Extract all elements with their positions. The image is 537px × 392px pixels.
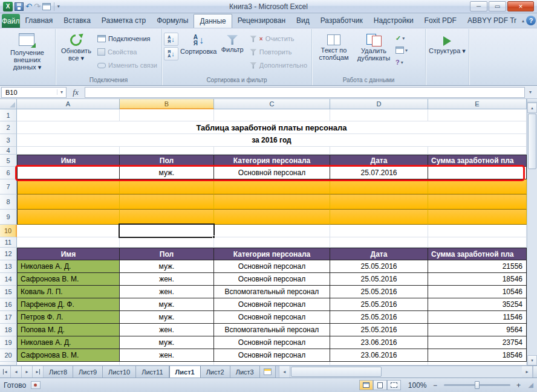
cell-D11[interactable]	[330, 237, 428, 248]
column-header-B[interactable]: B	[120, 99, 214, 109]
tab-foxit-pdf[interactable]: Foxit PDF	[419, 14, 462, 28]
row-header-1[interactable]: 1	[0, 109, 17, 121]
cell-B13[interactable]: муж.	[120, 260, 214, 273]
collapse-ribbon-icon[interactable]: ▴	[522, 18, 524, 24]
cell-D19[interactable]: 23.06.2016	[330, 336, 428, 349]
cell-E19[interactable]: 23754	[428, 336, 527, 349]
row-header-13[interactable]: 13	[0, 260, 17, 273]
cell-D18[interactable]: 25.05.2016	[330, 324, 428, 336]
sheet-tab-list8[interactable]: Лист8	[44, 366, 73, 378]
horizontal-scroll-track[interactable]	[382, 366, 522, 378]
cell-A15[interactable]: Коваль Л. П.	[17, 286, 120, 298]
zoom-out-button[interactable]: −	[432, 381, 439, 390]
row-header-5[interactable]: 5	[0, 155, 17, 167]
tab-insert[interactable]: Вставка	[58, 14, 96, 28]
zoom-level[interactable]: 100%	[408, 381, 427, 390]
cell-C17[interactable]: Основной персонал	[214, 311, 330, 324]
row-header-18[interactable]: 18	[0, 324, 17, 336]
cell-A19[interactable]: Николаев А. Д.	[17, 336, 120, 349]
tab-review[interactable]: Рецензирован	[232, 14, 291, 28]
vertical-scroll-track[interactable]	[527, 170, 537, 355]
cell-C4[interactable]	[214, 147, 330, 155]
tab-developer[interactable]: Разработчик	[315, 14, 368, 28]
tab-addins[interactable]: Надстройки	[368, 14, 419, 28]
sheet-tab-list11[interactable]: Лист11	[136, 366, 169, 378]
cell-D9[interactable]	[330, 210, 428, 225]
header2-cell-category[interactable]: Категория персонала	[214, 248, 330, 260]
cell-C15[interactable]: Вспомогательный персонал	[214, 286, 330, 298]
tab-home[interactable]: Главная	[20, 14, 59, 28]
cell-D1[interactable]	[330, 109, 428, 121]
cell-C20[interactable]: Основной персонал	[214, 349, 330, 362]
consolidate-button[interactable]: ▾	[394, 44, 409, 56]
cell-B4[interactable]	[120, 147, 214, 155]
cell-E4[interactable]	[428, 147, 527, 155]
text-to-columns-button[interactable]: Текст по столбцам	[314, 30, 354, 75]
header2-cell-date[interactable]: Дата	[330, 248, 428, 260]
header2-cell-gender[interactable]: Пол	[120, 248, 214, 260]
row-header-2[interactable]: 2	[0, 121, 17, 134]
restore-button[interactable]: ▭	[489, 1, 506, 11]
name-box[interactable]: B10 ▾	[1, 87, 67, 98]
connections-button[interactable]: Подключения	[95, 32, 160, 45]
column-header-D[interactable]: D	[330, 99, 428, 109]
formula-input[interactable]	[85, 87, 525, 98]
vertical-scrollbar[interactable]: ▴ ▾	[527, 99, 537, 365]
tab-view[interactable]: Вид	[291, 14, 315, 28]
cell-E13[interactable]: 21556	[428, 260, 527, 273]
cell-D7[interactable]	[330, 179, 428, 194]
zoom-slider-thumb[interactable]	[475, 381, 480, 389]
cell-B7[interactable]	[120, 179, 214, 194]
row-header-11[interactable]: 11	[0, 237, 17, 248]
sheet-tab-list3[interactable]: Лист3	[230, 366, 260, 378]
cell-B18[interactable]: жен.	[120, 324, 214, 336]
column-header-C[interactable]: C	[214, 99, 330, 109]
horizontal-scroll-thumb[interactable]	[291, 367, 382, 377]
cell-C13[interactable]: Основной персонал	[214, 260, 330, 273]
cell-B15[interactable]: жен.	[120, 286, 214, 298]
cell-A20[interactable]: Сафронова В. М.	[17, 349, 120, 362]
cell-D10[interactable]	[330, 225, 428, 237]
cell-C14[interactable]: Основной персонал	[214, 273, 330, 286]
cell-E18[interactable]: 9564	[428, 324, 527, 336]
cell-B17[interactable]: муж.	[120, 311, 214, 324]
row-header-15[interactable]: 15	[0, 286, 17, 298]
cell-E11[interactable]	[428, 237, 527, 248]
cell-A8[interactable]	[17, 194, 120, 210]
insert-function-button[interactable]: fx	[67, 88, 85, 97]
resize-grip-icon[interactable]: ◢	[529, 381, 533, 389]
sheet-tab-list10[interactable]: Лист10	[103, 366, 136, 378]
remove-duplicates-button[interactable]: Удалить дубликаты	[354, 30, 394, 75]
cell-E1[interactable]	[428, 109, 527, 121]
data-validation-button[interactable]: ✓ ▾	[394, 32, 409, 44]
cell-D20[interactable]: 23.06.2016	[330, 349, 428, 362]
close-button[interactable]: ×	[507, 1, 534, 11]
cell-B9[interactable]	[120, 210, 214, 225]
row-header-9[interactable]: 9	[0, 210, 17, 225]
zoom-slider[interactable]	[444, 384, 510, 386]
column-header-A[interactable]: A	[17, 99, 120, 109]
last-sheet-button[interactable]: ▸	[33, 366, 44, 378]
help-icon[interactable]: ?	[526, 16, 536, 25]
name-box-dropdown-icon[interactable]: ▾	[57, 89, 66, 95]
cell-C1[interactable]	[214, 109, 330, 121]
row-header-10[interactable]: 10	[0, 225, 17, 237]
cell-E9[interactable]	[428, 210, 527, 225]
row-header-12[interactable]: 12	[0, 248, 17, 260]
row-header-6[interactable]: 6	[0, 167, 17, 179]
cell-C10[interactable]	[214, 225, 330, 237]
cell-B11[interactable]	[120, 237, 214, 248]
sort-za-button[interactable]: ЯА ↓	[164, 47, 178, 60]
tab-data[interactable]: Данные	[194, 14, 232, 28]
cell-A14[interactable]: Сафронова В. М.	[17, 273, 120, 286]
cell-B1[interactable]	[120, 109, 214, 121]
tab-file[interactable]: Файл	[2, 14, 20, 28]
cell-B19[interactable]: муж.	[120, 336, 214, 349]
row-header-4[interactable]: 4	[0, 147, 17, 155]
cell-E7[interactable]	[428, 179, 527, 194]
cell-E10[interactable]	[428, 225, 527, 237]
row-header-7[interactable]: 7	[0, 179, 17, 194]
cell-C11[interactable]	[214, 237, 330, 248]
zoom-in-button[interactable]: +	[515, 381, 522, 390]
fill-handle[interactable]	[212, 236, 215, 239]
